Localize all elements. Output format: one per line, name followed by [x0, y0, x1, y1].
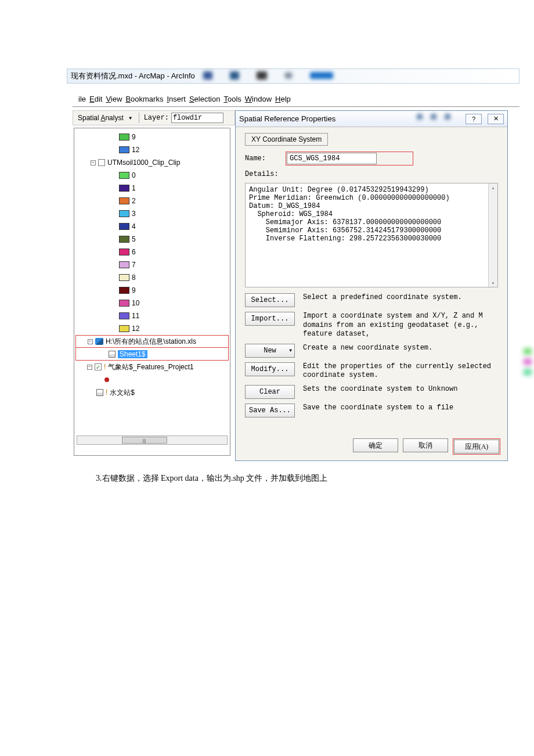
legend-item: 5: [75, 233, 229, 246]
name-input[interactable]: [287, 153, 377, 164]
button-description: Save the coordinate system to a file: [303, 404, 498, 413]
color-swatch-icon: [119, 249, 129, 255]
color-swatch-icon: [119, 210, 129, 217]
xls-node[interactable]: − H:\所有的站点信息\station.xls: [75, 335, 229, 348]
select-button[interactable]: Select...: [245, 293, 295, 307]
legend-item: 12: [75, 322, 229, 335]
collapse-icon[interactable]: −: [91, 160, 96, 165]
button-description: Edit the properties of the currently sel…: [303, 362, 498, 380]
menu-help[interactable]: Help: [275, 95, 291, 103]
color-swatch-icon: [119, 223, 129, 230]
legend-item: 8: [75, 271, 229, 284]
help-button[interactable]: ?: [466, 114, 482, 124]
apply-button[interactable]: 应用(A): [454, 440, 499, 453]
layer-input[interactable]: [171, 113, 223, 123]
details-textarea[interactable]: Angular Unit: Degree (0.0174532925199432…: [245, 183, 498, 287]
legend-label: 7: [132, 261, 136, 269]
excel-file-icon: [95, 338, 103, 345]
layer-warning-icon: !: [104, 363, 106, 371]
legend-label: 12: [132, 325, 139, 333]
dialog-title-bar: Spatial Reference Properties ? ✕: [236, 111, 507, 127]
collapse-icon[interactable]: −: [88, 339, 93, 344]
color-swatch-icon: [119, 172, 129, 179]
newbutton[interactable]: New▼: [245, 344, 295, 358]
legend-label: 11: [132, 312, 139, 320]
menu-selection[interactable]: Selection: [189, 95, 220, 103]
legend-item: 10: [75, 297, 229, 309]
table-icon: [109, 351, 116, 358]
button-description: Import a coordinate system and X/Y, Z an…: [303, 312, 498, 339]
menu-file[interactable]: ile: [78, 95, 86, 103]
color-swatch-icon: [119, 325, 129, 332]
scroll-up-icon: ▴: [489, 183, 497, 192]
sheet-name: Sheet1$: [118, 350, 147, 358]
point-symbol-icon: [104, 377, 109, 382]
spatial-reference-dialog: Spatial Reference Properties ? ✕ XY Coor…: [235, 110, 508, 461]
dialog-footer: 确定 取消 应用(A): [353, 438, 500, 455]
hydro-layer-node[interactable]: ! 水文站$: [75, 386, 229, 399]
dialog-title: Spatial Reference Properties: [239, 114, 335, 123]
hydro-layer-name: 水文站$: [110, 388, 135, 398]
legend-label: 0: [132, 171, 136, 179]
button-description: Create a new coordinate system.: [303, 344, 498, 353]
color-swatch-icon: [119, 261, 129, 268]
color-swatch-icon: [119, 274, 129, 281]
tab-xy-coordinate[interactable]: XY Coordinate System: [245, 133, 328, 146]
collapse-icon[interactable]: −: [87, 365, 92, 370]
title-bar-blur-decor: [203, 67, 493, 84]
legend-item: 1: [75, 182, 229, 195]
table-icon: [96, 389, 103, 396]
close-button[interactable]: ✕: [488, 114, 504, 124]
table-of-contents: 9 12 − UTMsoil1000_Clip_Clip 0 1 2 3 4: [74, 128, 230, 456]
sheet-node[interactable]: Sheet1$: [75, 348, 229, 361]
color-swatch-icon: [119, 300, 129, 307]
color-swatch-icon: [119, 134, 129, 141]
menu-insert[interactable]: Insert: [167, 95, 186, 103]
menu-bookmarks[interactable]: Bookmarks: [125, 95, 163, 103]
legend-label: 3: [132, 210, 136, 218]
layer-name: UTMsoil1000_Clip_Clip: [107, 159, 180, 167]
checkbox[interactable]: [98, 159, 105, 166]
color-swatch-icon: [119, 197, 129, 204]
layer-node[interactable]: − UTMsoil1000_Clip_Clip: [75, 156, 229, 169]
modify-button[interactable]: Modify...: [245, 362, 295, 376]
details-label: Details:: [245, 170, 280, 178]
feature-layer-node[interactable]: − ✓ ! 气象站$_Features_Project1: [75, 361, 229, 373]
legend-item: 9: [75, 131, 229, 143]
cancel-button[interactable]: 取消: [403, 438, 448, 452]
clearbutton[interactable]: Clear: [245, 385, 295, 399]
vertical-scrollbar[interactable]: ▴▾: [488, 183, 497, 287]
legend-label: 9: [132, 133, 136, 141]
side-blur-decor: [524, 348, 534, 383]
layer-label: Layer:: [144, 114, 169, 122]
window-title: 现有资料情况.mxd - ArcMap - ArcInfo: [71, 71, 195, 81]
legend-item: 7: [75, 258, 229, 271]
legend-label: 1: [132, 184, 136, 192]
legend-item: 3: [75, 207, 229, 220]
ok-button[interactable]: 确定: [353, 438, 398, 452]
legend-label: 5: [132, 235, 136, 243]
legend-label: 9: [132, 286, 136, 294]
color-swatch-icon: [119, 287, 129, 294]
menu-view[interactable]: View: [106, 95, 122, 103]
xls-path: H:\所有的站点信息\station.xls: [106, 337, 196, 347]
menu-window[interactable]: Window: [245, 95, 272, 103]
color-swatch-icon: [119, 146, 129, 153]
spatial-analyst-dropdown[interactable]: Spatial Analyst: [73, 114, 128, 122]
menu-tools[interactable]: Tools: [223, 95, 241, 103]
chevron-down-icon[interactable]: ▼: [128, 116, 133, 121]
menu-edit[interactable]: Edit: [89, 95, 102, 103]
legend-item: 6: [75, 246, 229, 258]
legend-item: 2: [75, 195, 229, 207]
save-as-button[interactable]: Save As...: [245, 404, 295, 417]
legend-label: 4: [132, 222, 136, 231]
legend-label: 8: [132, 273, 136, 282]
chevron-down-icon: ▼: [289, 348, 292, 353]
scroll-down-icon: ▾: [489, 279, 497, 287]
name-label: Name:: [245, 154, 280, 163]
horizontal-scrollbar[interactable]: [77, 435, 228, 445]
import-button[interactable]: Import...: [245, 312, 295, 326]
caption-text: 3.右键数据，选择 Export data，输出为.shp 文件，并加载到地图上: [96, 473, 327, 484]
checkbox[interactable]: ✓: [95, 363, 102, 370]
spatial-analyst-toolbar: Spatial Analyst ▼ Layer:: [73, 110, 235, 125]
